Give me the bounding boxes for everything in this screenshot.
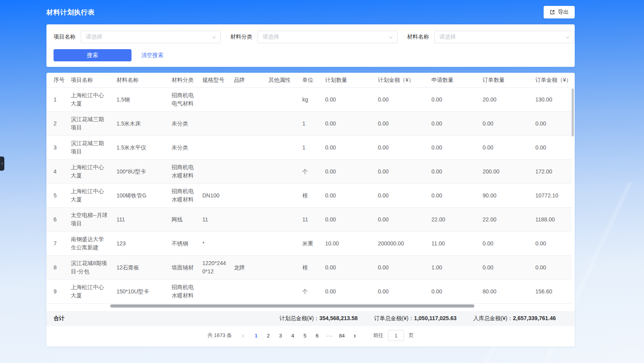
- page-button-3[interactable]: 3: [275, 330, 286, 341]
- page-button-2[interactable]: 2: [263, 330, 274, 341]
- table-cell: 上海松江中心大厦: [67, 88, 113, 112]
- table-cell: 100铸铁管G: [113, 184, 168, 208]
- table-cell: 0.00: [374, 256, 427, 280]
- table-cell: [230, 160, 265, 184]
- page-button-4[interactable]: 4: [287, 330, 298, 341]
- chevron-down-icon: [212, 35, 217, 40]
- filter-field-project: 项目名称 请选择: [54, 31, 221, 43]
- next-page-button[interactable]: ›: [350, 330, 360, 341]
- table-cell: DN100: [198, 184, 230, 208]
- material-name-label: 材料名称: [407, 33, 429, 41]
- table-cell: [230, 136, 265, 160]
- table-cell: 0.00: [427, 280, 479, 304]
- page-button-1[interactable]: 1: [251, 330, 261, 341]
- table-cell: 太空电梯--月球项目: [67, 208, 113, 232]
- page-button-5[interactable]: 5: [300, 330, 310, 341]
- table-cell: 90.00: [479, 184, 531, 208]
- material-category-select[interactable]: 请选择: [257, 31, 398, 43]
- table-cell: 0.00: [321, 280, 374, 304]
- material-name-placeholder: 请选择: [439, 33, 456, 41]
- table-cell: 0.00: [374, 184, 427, 208]
- table-row: 2滨江花城三期项目1.5米木床未分类10.000.000.000.000.00: [46, 112, 572, 136]
- filter-row: 项目名称 请选择 材料分类 请选择 材料名称 请选择: [54, 31, 568, 43]
- column-header: 订单数量: [479, 73, 531, 88]
- table-cell: [198, 112, 230, 136]
- summary-total-label: 合计: [54, 315, 65, 322]
- clear-search-link[interactable]: 清空搜索: [141, 52, 163, 59]
- table-cell: 9: [46, 280, 67, 304]
- horizontal-scrollbar: [46, 304, 572, 308]
- table-cell: 墙面辅材: [168, 256, 198, 280]
- page-button-6[interactable]: 6: [312, 330, 322, 341]
- table-cell: 0.00: [427, 160, 479, 184]
- table-cell: 0.00: [427, 112, 479, 136]
- table-cell: 1: [298, 136, 321, 160]
- inbound-total-value: 2,657,339,761.46: [513, 315, 556, 321]
- table-cell: 1: [298, 112, 321, 136]
- table-cell: 0.00: [374, 112, 427, 136]
- table-header: 序号 项目名称 材料名称 材料分类 规格型号 品牌 其他属性 单位 计划数量 计…: [46, 73, 572, 88]
- horizontal-scrollbar-thumb[interactable]: [110, 304, 474, 308]
- table-cell: 0.00: [427, 88, 479, 112]
- table-cell: [198, 280, 230, 304]
- table-cell: 上海松江中心大厦: [67, 184, 113, 208]
- page-button-last[interactable]: 84: [337, 330, 347, 341]
- table-cell: 招商机电电气材料: [168, 88, 198, 112]
- table-cell: 0.00: [531, 232, 572, 256]
- table-cell: 2: [46, 112, 67, 136]
- table-cell: 招商机电水暖材料: [168, 280, 198, 304]
- table-cell: 1: [46, 88, 67, 112]
- table-cell: 0.00: [479, 256, 531, 280]
- table-cell: [265, 88, 298, 112]
- vertical-scrollbar-thumb[interactable]: [572, 88, 574, 136]
- pagination-ellipsis[interactable]: ···: [325, 333, 334, 339]
- filter-actions: 搜索 清空搜索: [54, 49, 568, 61]
- material-name-select[interactable]: 请选择: [434, 31, 574, 43]
- search-button[interactable]: 搜索: [54, 49, 131, 61]
- table-cell: 0.00: [531, 112, 572, 136]
- table-cell: 0.00: [321, 136, 374, 160]
- table-cell: [265, 232, 298, 256]
- column-header: 订单金额（¥）: [531, 73, 572, 88]
- drawer-collapse-icon: ‹: [2, 162, 3, 166]
- table-cell: [265, 160, 298, 184]
- table-row: 7南钢盛达大学生公寓新建123不锈钢*米重10.00200000.0011.00…: [46, 232, 572, 256]
- table-cell: 0.00: [374, 88, 427, 112]
- table-cell: 200.00: [479, 160, 531, 184]
- table-cell: 滨江花城8期项目-分包: [67, 256, 113, 280]
- main-content: 材料计划执行表 导出 项目名称 请选择 材料分类 请选择: [46, 0, 575, 346]
- table-cell: 上海松江中心大厦: [67, 160, 113, 184]
- table-cell: 1.00: [427, 256, 479, 280]
- table-cell: 个: [298, 160, 321, 184]
- export-button[interactable]: 导出: [544, 6, 575, 18]
- table-cell: 123: [113, 232, 168, 256]
- column-header: 申请数量: [427, 73, 479, 88]
- table-body: 1上海松江中心大厦1.5钢招商机电电气材料kg0.000.000.0020.00…: [46, 88, 572, 304]
- table-cell: 7: [46, 232, 67, 256]
- table-cell: [198, 160, 230, 184]
- table-cell: 0.00: [374, 160, 427, 184]
- table-cell: 150*10U型卡: [113, 280, 168, 304]
- table-cell: [230, 208, 265, 232]
- table-row: 5上海松江中心大厦100铸铁管G招商机电水暖材料DN100根0.000.000.…: [46, 184, 572, 208]
- table-cell: 1.5钢: [113, 88, 168, 112]
- table-cell: 111: [113, 208, 168, 232]
- column-header: 其他属性: [265, 73, 298, 88]
- table-cell: 0.00: [479, 232, 531, 256]
- table-cell: 11.00: [427, 232, 479, 256]
- table-row: 3滨江花城三期项目1.5米水平仪未分类10.000.000.000.000.00: [46, 136, 572, 160]
- table-cell: 10772.10: [531, 184, 572, 208]
- table-cell: [265, 184, 298, 208]
- planned-total-amount: 计划总金额(¥)：354,568,213.58: [279, 315, 357, 322]
- table-row: 1上海松江中心大厦1.5钢招商机电电气材料kg0.000.000.0020.00…: [46, 88, 572, 112]
- table-cell: 1.5米水平仪: [113, 136, 168, 160]
- table-cell: [265, 208, 298, 232]
- page-title: 材料计划执行表: [46, 8, 95, 17]
- drawer-handle[interactable]: ‹: [0, 157, 4, 171]
- table-cell: 0.00: [321, 256, 374, 280]
- prev-page-button[interactable]: ‹: [238, 330, 248, 341]
- table-cell: 0.00: [374, 208, 427, 232]
- project-name-select[interactable]: 请选择: [81, 31, 221, 43]
- goto-page-input[interactable]: [388, 330, 404, 341]
- column-header: 材料名称: [113, 73, 168, 88]
